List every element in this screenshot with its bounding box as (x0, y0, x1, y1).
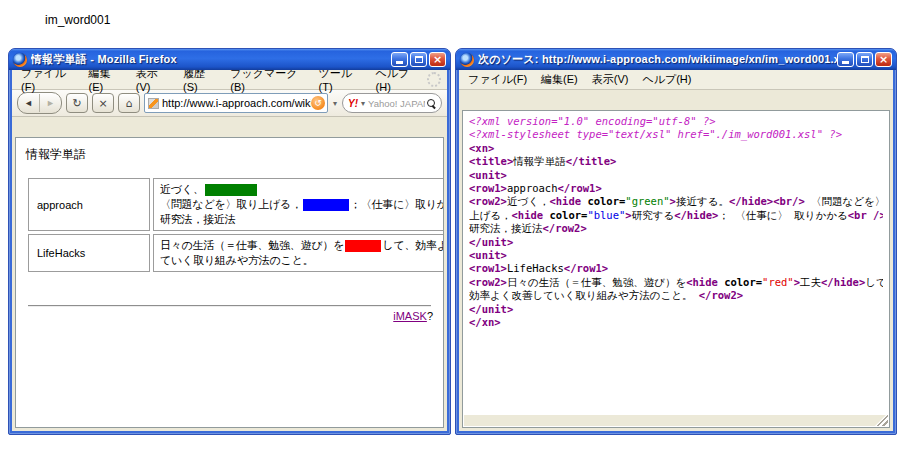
definition-line: 〈問題などを〉取り上げる，；〈仕事に〉取りかかる (160, 197, 444, 212)
code-token-tag: </row2> (543, 222, 587, 234)
definition-text: ；〈仕事に〉取りかかる (350, 198, 444, 210)
hidden-word-mask-blue[interactable] (303, 199, 349, 211)
table-row-approach: approach 近づく、 〈問題などを〉取り上げる，；〈仕事に〉取りかかる 研… (28, 178, 444, 231)
menu-item-file[interactable]: ファイル(F) (14, 70, 82, 95)
minimize-button[interactable] (837, 52, 854, 67)
browser-page: 情報学単語 approach 近づく、 〈問題などを〉取り上げる，；〈仕事に〉取… (15, 137, 444, 428)
forward-button[interactable]: ► (40, 94, 61, 112)
hidden-word-mask-green[interactable] (205, 184, 257, 196)
menu-item-help[interactable]: ヘルプ(H) (635, 70, 698, 89)
close-button[interactable]: × (875, 52, 892, 67)
minimize-icon (842, 61, 849, 64)
menu-item-help[interactable]: ヘルプ(H) (369, 70, 427, 95)
code-token-red: "red" (762, 276, 794, 288)
imask-link[interactable]: iMASK (393, 310, 427, 322)
code-token-tag: <title> (469, 155, 513, 167)
source-bottom-strip (464, 415, 888, 426)
reload-button[interactable]: ↻ (66, 93, 88, 113)
menu-item-edit[interactable]: 編集(E) (82, 70, 129, 95)
code-token-txt: 〈問題などを〉 取り (805, 195, 883, 207)
code-line: 上げる，<hide color="blue">研究する</hide>； 〈仕事に… (469, 209, 883, 222)
address-bar[interactable]: http://www.i-approach.com/wikiimage ↺ (144, 93, 328, 113)
source-menubar: ファイル(F) 編集(E) 表示(V) ヘルプ(H) (459, 70, 893, 90)
search-engine-dropdown-icon[interactable]: ▾ (360, 99, 366, 108)
stop-button[interactable]: × (92, 93, 114, 113)
code-token-txt: 近づく， (507, 195, 550, 207)
close-button[interactable]: × (429, 52, 446, 67)
resize-grip[interactable] (875, 413, 888, 426)
source-window-title: 次のソース: http://www.i-approach.com/wikiima… (478, 52, 837, 67)
hidden-word-mask-red[interactable] (345, 240, 381, 252)
page-favicon-icon (148, 98, 159, 109)
code-token-tag: <row2> (469, 276, 507, 288)
definition-line: ていく取り組みや方法のこと。 (160, 253, 444, 268)
code-token-tag: <hide (549, 195, 587, 207)
code-token-tag: <hide (686, 276, 724, 288)
menu-item-bookmarks[interactable]: ブックマーク(B) (223, 70, 311, 95)
definition-line: 近づく、 (160, 182, 444, 197)
firefox-window: 情報学単語 - Mozilla Firefox × ファイル(F) 編集(E) … (8, 48, 451, 435)
desktop: im_word001 情報学単語 - Mozilla Firefox × ファイ… (0, 0, 900, 450)
maximize-button[interactable] (856, 52, 873, 67)
code-token-txt: 工夫 (800, 276, 821, 288)
code-line: </xn> (469, 316, 883, 329)
maximize-button[interactable] (410, 52, 427, 67)
search-box[interactable]: Y! ▾ Yahoo! JAPAN (342, 93, 442, 113)
firefox-window-title: 情報学単語 - Mozilla Firefox (31, 52, 391, 67)
code-line: 効率よく改善していく取り組みや方法のこと。 </row2> (469, 289, 883, 302)
code-line: </unit> (469, 303, 883, 316)
code-token-tag: </row1> (558, 182, 602, 194)
menu-item-view[interactable]: 表示(V) (585, 70, 636, 89)
page-title: 情報学単語 (26, 146, 433, 163)
throbber-icon (427, 72, 441, 87)
code-token-tag: </title> (566, 155, 617, 167)
definition-cell: 日々の生活（＝仕事、勉強、遊び）をして、効率よく改善し ていく取り組みや方法のこ… (153, 234, 444, 272)
definition-line: 研究法，接近法 (160, 212, 444, 227)
code-token-blue: "blue" (587, 209, 625, 221)
menu-item-view[interactable]: 表示(V) (129, 70, 176, 95)
firefox-icon (460, 53, 474, 67)
code-line: <row1>LifeHacks</row1> (469, 262, 883, 275)
code-token-pi: <?xml version="1.0" encoding="utf-8" ?> (469, 115, 716, 127)
maximize-icon (861, 56, 869, 63)
code-token-tag: <unit> (469, 249, 507, 261)
code-token-tag: <unit> (469, 169, 507, 181)
address-dropdown-icon[interactable]: ▾ (332, 99, 338, 108)
go-reload-icon[interactable]: ↺ (311, 96, 325, 110)
code-line: </unit> (469, 236, 883, 249)
code-token-tag: <row1> (469, 182, 507, 194)
firefox-icon (13, 53, 27, 67)
term-cell: approach (28, 178, 150, 231)
close-icon: × (433, 54, 442, 65)
code-line: <?xml version="1.0" encoding="utf-8" ?> (469, 115, 883, 128)
menu-item-edit[interactable]: 編集(E) (534, 70, 585, 89)
nav-buttons: ◄ ► (17, 92, 62, 114)
code-line: 研究法，接近法</row2> (469, 222, 883, 235)
source-window: 次のソース: http://www.i-approach.com/wikiima… (455, 48, 897, 435)
code-token-tag: </unit> (469, 236, 513, 248)
menu-item-tools[interactable]: ツール(T) (312, 70, 369, 95)
source-view[interactable]: <?xml version="1.0" encoding="utf-8" ?><… (462, 110, 890, 428)
code-token-pi: <?xml-stylesheet type="text/xsl" href=".… (469, 128, 842, 140)
search-icon[interactable] (427, 99, 436, 108)
code-token-txt: approach (507, 182, 558, 194)
back-button[interactable]: ◄ (18, 94, 40, 112)
code-token-tag: </unit> (469, 303, 513, 315)
code-token-txt: 研究法，接近法 (469, 222, 543, 234)
firefox-menubar: ファイル(F) 編集(E) 表示(V) 履歴(S) ブックマーク(B) ツール(… (12, 70, 447, 90)
close-icon: × (879, 54, 888, 65)
code-line: <row2>日々の生活（＝仕事、勉強、遊び）を<hide color="red"… (469, 276, 883, 289)
code-token-green: "green" (625, 195, 669, 207)
minimize-button[interactable] (391, 52, 408, 67)
source-titlebar[interactable]: 次のソース: http://www.i-approach.com/wikiima… (456, 49, 896, 70)
code-line: <row1>approach</row1> (469, 182, 883, 195)
menu-item-history[interactable]: 履歴(S) (176, 70, 223, 95)
firefox-titlebar[interactable]: 情報学単語 - Mozilla Firefox × (9, 49, 450, 70)
code-token-txt: 研究する (632, 209, 675, 221)
home-button[interactable]: ⌂ (118, 93, 140, 113)
code-token-attr: color= (549, 209, 587, 221)
menu-item-file[interactable]: ファイル(F) (461, 70, 534, 89)
address-url[interactable]: http://www.i-approach.com/wikiimage (162, 97, 311, 109)
code-token-tag: </hide> (821, 276, 865, 288)
page-divider (28, 305, 431, 307)
